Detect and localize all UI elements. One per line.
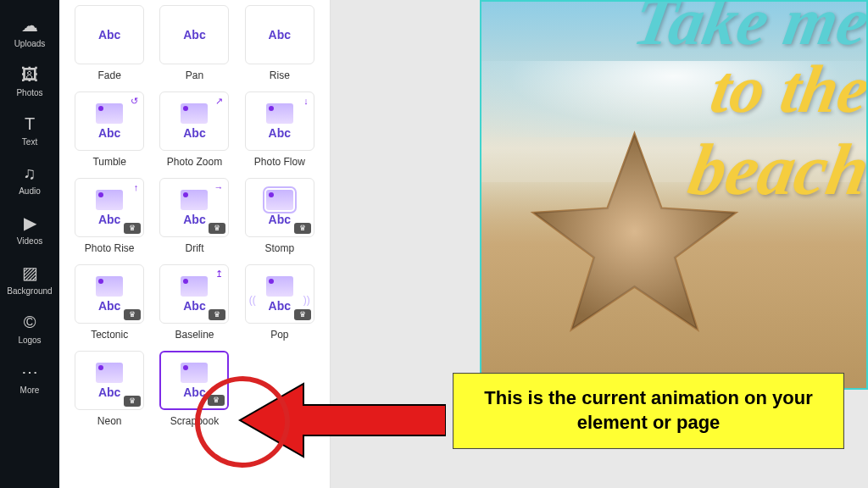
preview-text: Abc xyxy=(183,213,205,226)
animation-rise[interactable]: AbcRise xyxy=(245,5,314,81)
thumb-icon xyxy=(96,276,123,297)
up-bar-icon: ↥ xyxy=(215,269,223,280)
crown-icon: ♛ xyxy=(124,223,141,234)
animation-scrapbook[interactable]: Abc♛Scrapbook xyxy=(159,351,229,427)
animation-tumble[interactable]: ↺AbcTumble xyxy=(75,92,144,168)
animation-label: Baseline xyxy=(175,329,214,341)
animation-label: Rise xyxy=(270,69,290,81)
preview-text: Abc xyxy=(183,299,205,313)
preview-text: Abc xyxy=(269,126,291,140)
crown-icon: ♛ xyxy=(209,309,225,320)
nav-background[interactable]: ▨Background xyxy=(0,254,59,304)
crown-icon: ♛ xyxy=(124,396,141,407)
nav-more[interactable]: ⋯More xyxy=(0,353,59,403)
animation-label: Scrapbook xyxy=(170,415,219,427)
pattern-icon: ▨ xyxy=(22,263,38,283)
animation-baseline[interactable]: ↥Abc♛Baseline xyxy=(159,264,229,341)
nav-label: More xyxy=(20,385,40,395)
canvas-text-3[interactable]: beach xyxy=(682,127,868,212)
preview-text: Abc xyxy=(98,213,120,226)
nav-label: Logos xyxy=(18,336,41,345)
nav-logos[interactable]: ©Logos xyxy=(0,304,59,353)
nav-label: Videos xyxy=(17,236,42,246)
crown-icon: ♛ xyxy=(124,309,141,320)
animation-drift[interactable]: →Abc♛Drift xyxy=(159,178,229,254)
thumb-icon xyxy=(266,276,293,297)
more-icon: ⋯ xyxy=(21,362,38,382)
logo-icon: © xyxy=(24,313,36,332)
animation-label: Fade xyxy=(97,69,120,81)
thumb-icon xyxy=(266,190,293,210)
thumb-icon xyxy=(181,103,208,124)
image-icon: 🖼 xyxy=(21,65,38,85)
annotation-arrow xyxy=(236,380,446,461)
thumb-icon xyxy=(96,103,123,124)
thumb-icon xyxy=(181,190,208,210)
preview-text: Abc xyxy=(183,385,205,399)
canvas-text-2[interactable]: to the xyxy=(705,51,868,128)
animation-photo-rise[interactable]: ↑Abc♛Photo Rise xyxy=(75,178,144,254)
animation-label: Pop xyxy=(270,329,288,341)
thumb-icon xyxy=(181,363,208,383)
up-icon: ↑ xyxy=(134,182,139,192)
animation-label: Photo Zoom xyxy=(167,156,222,168)
preview-text: Abc xyxy=(183,126,205,140)
animation-neon[interactable]: Abc♛Neon xyxy=(75,351,144,427)
preview-text: Abc xyxy=(183,28,205,42)
nav-photos[interactable]: 🖼Photos xyxy=(0,57,59,106)
preview-text: Abc xyxy=(98,28,120,42)
video-icon: ▶ xyxy=(24,213,36,233)
preview-text: Abc xyxy=(269,213,291,226)
cloud-icon: ☁ xyxy=(21,15,38,36)
crown-icon: ♛ xyxy=(209,223,225,234)
nav-label: Audio xyxy=(19,186,41,196)
crown-icon: ♛ xyxy=(294,309,311,320)
nav-label: Text xyxy=(22,137,37,147)
nav-uploads[interactable]: ☁Uploads xyxy=(0,7,59,57)
animation-label: Neon xyxy=(97,415,122,427)
text-icon: T xyxy=(25,114,35,134)
nav-text[interactable]: TText xyxy=(0,106,59,155)
design-canvas[interactable]: Take me to the beach xyxy=(480,0,868,390)
thumb-icon xyxy=(96,190,123,210)
animation-label: Stomp xyxy=(264,242,294,254)
music-icon: ♫ xyxy=(24,164,36,183)
animation-pop[interactable]: ((Abc))♛Pop xyxy=(245,264,314,341)
rotate-icon: ↺ xyxy=(131,96,138,107)
animation-photo-zoom[interactable]: ↗AbcPhoto Zoom xyxy=(159,92,229,168)
annotation-callout: This is the current animation on your el… xyxy=(453,373,844,449)
thumb-icon xyxy=(181,276,208,297)
animation-fade[interactable]: AbcFade xyxy=(75,5,144,81)
nav-label: Photos xyxy=(16,88,42,97)
right-icon: → xyxy=(214,182,223,192)
animation-label: Photo Flow xyxy=(254,156,305,168)
animations-grid: AbcFade AbcPan AbcRise ↺AbcTumble ↗AbcPh… xyxy=(75,5,314,427)
animation-label: Tectonic xyxy=(91,329,128,341)
preview-text: Abc xyxy=(269,28,291,42)
animation-stomp[interactable]: Abc♛Stomp xyxy=(245,178,314,254)
preview-text: Abc xyxy=(98,385,120,399)
animation-label: Pan xyxy=(186,69,203,81)
nav-videos[interactable]: ▶Videos xyxy=(0,204,59,254)
thumb-icon xyxy=(266,103,293,124)
preview-text: Abc xyxy=(98,126,120,140)
animation-label: Tumble xyxy=(92,156,126,168)
callout-text: This is the current animation on your el… xyxy=(470,386,826,435)
thumb-icon xyxy=(96,363,123,383)
wave-right-icon: )) xyxy=(303,294,310,306)
preview-text: Abc xyxy=(98,299,120,313)
animation-label: Photo Rise xyxy=(85,242,135,254)
nav-audio[interactable]: ♫Audio xyxy=(0,155,59,204)
expand-icon: ↗ xyxy=(215,96,223,107)
animation-photo-flow[interactable]: ↓AbcPhoto Flow xyxy=(245,92,314,168)
preview-text: Abc xyxy=(269,299,291,313)
animation-pan[interactable]: AbcPan xyxy=(159,5,229,81)
side-nav: ☁Uploads 🖼Photos TText ♫Audio ▶Videos ▨B… xyxy=(0,0,59,488)
animation-label: Drift xyxy=(185,242,203,254)
nav-label: Background xyxy=(7,286,52,296)
animation-tectonic[interactable]: Abc♛Tectonic xyxy=(75,264,144,341)
nav-label: Uploads xyxy=(14,39,46,48)
down-icon: ↓ xyxy=(303,96,309,106)
crown-icon: ♛ xyxy=(208,395,225,406)
wave-left-icon: (( xyxy=(249,294,256,306)
